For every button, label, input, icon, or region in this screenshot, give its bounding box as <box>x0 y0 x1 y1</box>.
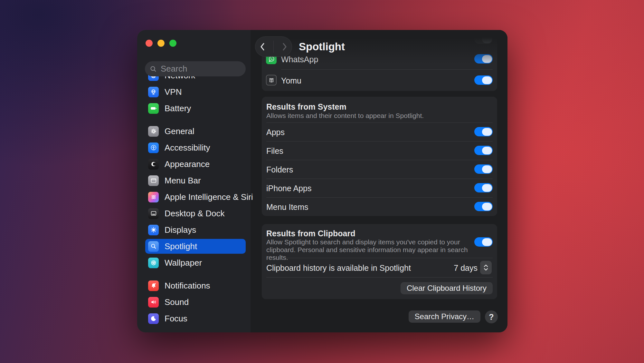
appearance-icon <box>148 159 159 170</box>
row-divider <box>281 69 493 70</box>
sidebar-item-sound[interactable]: Sound <box>145 295 246 309</box>
minimize-button[interactable] <box>157 40 165 47</box>
sidebar-item-label: Displays <box>165 225 196 235</box>
sidebar-item-displays[interactable]: Displays <box>145 222 246 237</box>
page-title: Spotlight <box>299 41 345 53</box>
navigation-pill <box>255 36 292 57</box>
sidebar-item-battery[interactable]: Battery <box>145 101 246 116</box>
sidebar-item-label: Spotlight <box>165 241 197 251</box>
battery-icon <box>148 103 159 114</box>
system-row-label: iPhone Apps <box>266 184 311 193</box>
back-button[interactable] <box>259 42 266 52</box>
sidebar-item-label: Wallpaper <box>165 258 202 268</box>
row-divider <box>266 197 493 198</box>
app-results-card: WhatsApp Yomu <box>262 33 497 91</box>
sidebar-item-label: Sound <box>165 297 189 307</box>
displays-icon <box>148 225 159 235</box>
app-row-label: WhatsApp <box>281 55 318 64</box>
help-button[interactable]: ? <box>485 310 498 323</box>
section-heading: Results from Clipboard <box>266 229 355 238</box>
sidebar: Network VPN Battery General Accessibilit… <box>137 30 251 332</box>
folders-toggle[interactable] <box>474 164 493 174</box>
whatsapp-toggle[interactable] <box>474 54 493 64</box>
spotlight-icon <box>148 241 159 252</box>
apps-toggle[interactable] <box>474 127 493 136</box>
sidebar-item-vpn[interactable]: VPN <box>145 84 246 99</box>
sidebar-item-menu-bar[interactable]: Menu Bar <box>145 173 246 188</box>
sidebar-item-apple-intelligence[interactable]: Apple Intelligence & Siri <box>145 190 246 204</box>
sidebar-item-label: Desktop & Dock <box>165 209 224 219</box>
sidebar-item-label: General <box>165 126 194 136</box>
row-divider <box>266 258 493 258</box>
iphone-apps-toggle[interactable] <box>474 183 493 192</box>
row-divider <box>266 123 493 123</box>
sidebar-item-label: Appearance <box>165 159 210 169</box>
sidebar-item-spotlight[interactable]: Spotlight <box>145 239 246 254</box>
wallpaper-icon <box>148 258 159 268</box>
row-divider <box>266 141 493 142</box>
sidebar-item-label: Battery <box>165 103 191 113</box>
search-privacy-button[interactable]: Search Privacy… <box>409 310 480 323</box>
results-from-clipboard-card: Results from Clipboard Allow Spotlight t… <box>262 224 497 299</box>
gear-icon <box>148 126 159 137</box>
row-divider <box>266 160 493 160</box>
yomu-icon <box>266 75 277 85</box>
sidebar-item-label: Apple Intelligence & Siri <box>165 192 253 202</box>
clipboard-toggle[interactable] <box>474 237 493 247</box>
sound-icon <box>148 297 159 308</box>
section-description: Allows items and their content to appear… <box>266 112 424 120</box>
apple-intelligence-icon <box>148 192 159 202</box>
search-input[interactable] <box>160 64 235 74</box>
desktop-dock-icon <box>148 208 159 219</box>
sidebar-search-field[interactable] <box>145 61 246 76</box>
search-icon <box>149 65 157 73</box>
sidebar-item-label: Menu Bar <box>165 176 201 186</box>
sidebar-item-wallpaper[interactable]: Wallpaper <box>145 255 246 270</box>
section-heading: Results from System <box>266 102 346 112</box>
system-row-label: Folders <box>266 165 293 174</box>
clipboard-history-value: 7 days <box>454 263 478 273</box>
menu-bar-icon <box>148 175 159 186</box>
sidebar-item-general[interactable]: General <box>145 124 246 139</box>
files-toggle[interactable] <box>474 146 493 155</box>
accessibility-icon <box>148 142 159 153</box>
clipboard-history-label: Clipboard history is available in Spotli… <box>266 263 411 273</box>
system-settings-window: Network VPN Battery General Accessibilit… <box>137 30 507 332</box>
main-content: WhatsApp Yomu Results from System Allows… <box>251 30 507 332</box>
focus-icon <box>148 313 159 324</box>
sidebar-item-appearance[interactable]: Appearance <box>145 157 246 172</box>
system-row-label: Apps <box>266 128 285 137</box>
row-divider <box>266 179 493 179</box>
sidebar-item-notifications[interactable]: Notifications <box>145 278 246 293</box>
results-from-system-card: Results from System Allows items and the… <box>262 97 497 216</box>
close-button[interactable] <box>146 40 153 47</box>
sidebar-item-label: VPN <box>165 87 182 97</box>
app-row-label: Yomu <box>281 76 301 85</box>
notifications-icon <box>148 280 159 291</box>
stepper-chevrons-icon <box>483 263 489 272</box>
scrolled-row-toggle[interactable] <box>474 34 493 44</box>
sidebar-item-accessibility[interactable]: Accessibility <box>145 140 246 155</box>
system-row-label: Files <box>266 146 283 156</box>
sidebar-item-label: Notifications <box>165 281 210 291</box>
sidebar-item-focus[interactable]: Focus <box>145 311 246 326</box>
nav-divider <box>273 41 274 53</box>
sidebar-item-label: Accessibility <box>165 143 210 153</box>
clear-clipboard-history-button[interactable]: Clear Clipboard History <box>401 282 493 294</box>
system-row-label: Menu Items <box>266 202 308 212</box>
forward-button[interactable] <box>281 42 288 52</box>
sidebar-item-label: Focus <box>165 314 187 324</box>
vpn-icon <box>148 87 159 97</box>
yomu-toggle[interactable] <box>474 75 493 85</box>
stepper-control[interactable] <box>480 261 492 274</box>
sidebar-item-desktop-dock[interactable]: Desktop & Dock <box>145 206 246 221</box>
row-divider <box>266 277 493 278</box>
zoom-button[interactable] <box>169 40 176 47</box>
menu-items-toggle[interactable] <box>474 202 493 211</box>
